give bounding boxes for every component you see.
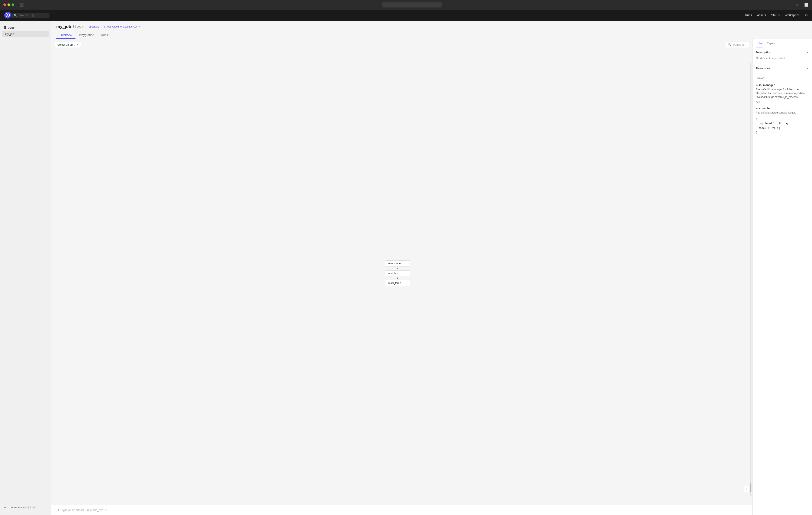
io-manager-name: io_manager bbox=[759, 83, 775, 87]
tab-runs[interactable]: Runs bbox=[97, 32, 111, 39]
job-badge-icon: ⛓ bbox=[73, 25, 76, 28]
highlight-search-icon: 🔍 bbox=[728, 43, 731, 46]
address-bar: 127.0.0.1 bbox=[30, 2, 793, 7]
logo-text bbox=[5, 13, 10, 18]
refresh-button[interactable]: ↺ bbox=[33, 506, 35, 509]
folder-icon: 🗁 bbox=[3, 506, 6, 509]
io-manager-type: Any bbox=[756, 100, 809, 103]
description-label: Description bbox=[756, 51, 771, 54]
schema-field-log-level: log_level? : String bbox=[756, 121, 809, 126]
op-search-icon: ✦ bbox=[57, 508, 60, 512]
sidebar-item-myjob[interactable]: my_job bbox=[2, 31, 49, 37]
search-placeholder: Search... bbox=[19, 13, 30, 17]
highlight-placeholder: Highlight... bbox=[733, 43, 746, 46]
page-tabs: Overview Playground Runs bbox=[56, 32, 807, 39]
search-bar[interactable]: 🔍 Search... / bbox=[11, 12, 50, 18]
resources-label: Resources bbox=[756, 67, 770, 70]
app-body: ⛓ Jobs my_job 🗁 __repository_my_job ↺ my… bbox=[0, 21, 812, 515]
maximize-button[interactable] bbox=[11, 3, 14, 6]
console-name-row: ◈ console bbox=[756, 107, 809, 110]
settings-icon[interactable]: ⚙ bbox=[805, 13, 808, 17]
info-resources-section: Resources ▼ bbox=[753, 64, 812, 74]
node-multi-three[interactable]: multi_three bbox=[385, 280, 410, 286]
page-title-row: my_job ⛓ Job in __repository__my_job@pip… bbox=[56, 24, 807, 29]
external-link-icon[interactable]: ↗ bbox=[138, 25, 140, 28]
sidebar-section-label: Jobs bbox=[8, 26, 14, 29]
minimize-button[interactable] bbox=[7, 3, 10, 6]
forward-button[interactable] bbox=[26, 2, 28, 7]
slash-badge: / bbox=[32, 13, 34, 17]
console-schema: { log_level? : String name? : String } bbox=[756, 116, 809, 136]
select-op-label: Select an op... bbox=[57, 43, 75, 46]
scroll-thumb[interactable] bbox=[750, 483, 751, 492]
nav-status[interactable]: Status bbox=[771, 13, 780, 17]
job-badge: ⛓ Job in __repository__my_job@pipeline_e… bbox=[73, 25, 140, 28]
sidebar-repo-label: __repository_my_job bbox=[8, 506, 31, 509]
field-name-log-level: log_level? bbox=[758, 122, 774, 125]
schema-close-brace: } bbox=[756, 131, 809, 135]
info-tab-types[interactable]: Types bbox=[766, 39, 776, 48]
browser-right-controls: ⎋ + ⬜ bbox=[796, 3, 809, 7]
browser-controls: ⬛ bbox=[19, 2, 28, 7]
no-description: No description provided bbox=[756, 56, 809, 61]
chevron-down-icon: ▼ bbox=[76, 44, 79, 46]
nav-assets[interactable]: Assets bbox=[757, 13, 766, 17]
info-panel: Info Types Description ▼ No description … bbox=[752, 39, 812, 515]
jobs-icon: ⛓ bbox=[3, 26, 6, 29]
browser-chrome: ⬛ 127.0.0.1 ⎋ + ⬜ bbox=[0, 0, 812, 9]
main-content: my_job ⛓ Job in __repository__my_job@pip… bbox=[51, 21, 812, 515]
url-input[interactable]: 127.0.0.1 bbox=[382, 2, 442, 7]
schema-field-name: name? : String bbox=[756, 126, 809, 131]
tab-overview[interactable]: Overview bbox=[56, 32, 76, 39]
io-manager-icon: ◈ bbox=[756, 84, 758, 87]
sidebar-section-title: ⛓ Jobs bbox=[0, 24, 51, 31]
node-return-one[interactable]: return_one bbox=[385, 261, 410, 267]
console-description: The default colored console logger. bbox=[756, 111, 809, 114]
graph-bottom-bar: ✦ Type an op subset... (ex: add_two+*) bbox=[51, 505, 752, 515]
header-nav: Runs Assets Status Workspace ⚙ bbox=[745, 13, 808, 17]
sidebar-toggle-button[interactable]: ⬜ bbox=[804, 3, 809, 7]
page-title: my_job bbox=[56, 24, 71, 29]
scroll-bar[interactable] bbox=[750, 63, 751, 496]
op-search-placeholder: Type an op subset... (ex: add_two+*) bbox=[61, 508, 107, 512]
description-header[interactable]: Description ▼ bbox=[756, 51, 809, 54]
canvas-area: Select an op... ▼ 🔍 Highlight... return_… bbox=[51, 39, 812, 515]
field-colon-0: : bbox=[775, 122, 778, 125]
app-logo bbox=[4, 12, 11, 19]
nav-runs[interactable]: Runs bbox=[745, 13, 752, 17]
graph-toolbar: Select an op... ▼ 🔍 Highlight... bbox=[51, 39, 752, 50]
tab-playground[interactable]: Playground bbox=[76, 32, 97, 39]
io-manager-resource: ◈ io_manager The default io manager for … bbox=[753, 82, 812, 105]
console-icon: ◈ bbox=[756, 107, 758, 110]
search-icon: 🔍 bbox=[13, 13, 17, 17]
field-name-name: name? bbox=[758, 127, 766, 130]
op-search-input[interactable]: ✦ Type an op subset... (ex: add_two+*) bbox=[55, 507, 749, 513]
app-header: 🔍 Search... / Runs Assets Status Workspa… bbox=[0, 9, 812, 21]
page-header: my_job ⛓ Job in __repository__my_job@pip… bbox=[51, 21, 812, 39]
highlight-input[interactable]: 🔍 Highlight... bbox=[725, 42, 749, 48]
sidebar-footer: 🗁 __repository_my_job ↺ bbox=[0, 504, 51, 512]
schema-open-brace: { bbox=[756, 117, 809, 121]
back-button[interactable]: ⬛ bbox=[19, 2, 25, 7]
field-type-log-level: String bbox=[779, 122, 788, 125]
new-tab-button[interactable]: + bbox=[800, 3, 802, 7]
description-chevron: ▼ bbox=[806, 51, 809, 54]
graph-area: Select an op... ▼ 🔍 Highlight... return_… bbox=[51, 39, 752, 515]
resources-header[interactable]: Resources ▼ bbox=[756, 67, 809, 70]
nav-workspace[interactable]: Workspace bbox=[785, 13, 800, 17]
info-description-section: Description ▼ No description provided bbox=[753, 48, 812, 64]
resources-chevron: ▼ bbox=[806, 67, 809, 70]
info-tab-info[interactable]: Info bbox=[756, 39, 762, 48]
io-manager-description: The default io manager for Jobs. Uses fi… bbox=[756, 87, 809, 99]
job-in-text: Job in bbox=[77, 25, 84, 28]
console-resource: ◈ console The default colored console lo… bbox=[753, 105, 812, 138]
share-button[interactable]: ⎋ bbox=[796, 3, 798, 7]
zoom-in-button[interactable]: + bbox=[744, 486, 750, 492]
close-button[interactable] bbox=[3, 3, 6, 6]
field-type-name: String bbox=[771, 127, 780, 130]
job-link[interactable]: __repository__my_job@pipeline_execution.… bbox=[85, 25, 138, 28]
select-op-button[interactable]: Select an op... ▼ bbox=[55, 42, 81, 48]
graph-canvas: return_one add_two multi_three + bbox=[51, 50, 752, 505]
op-nodes: return_one add_two multi_three bbox=[385, 261, 410, 286]
node-add-two[interactable]: add_two bbox=[385, 270, 410, 276]
